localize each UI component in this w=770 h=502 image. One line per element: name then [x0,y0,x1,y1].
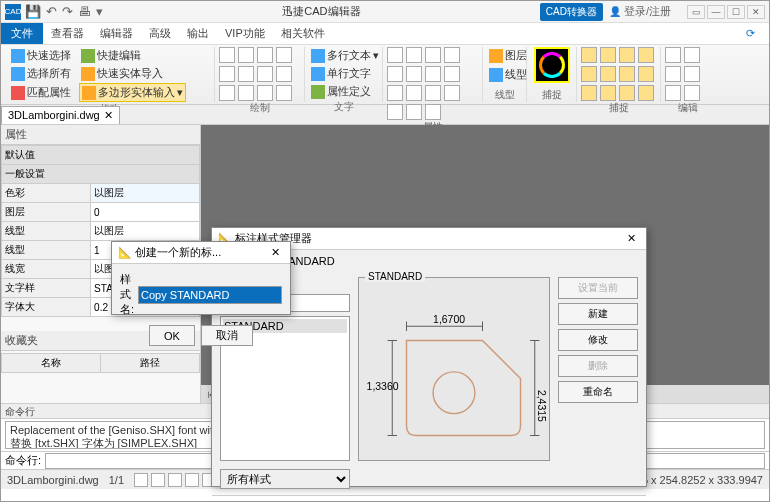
tool-icon[interactable] [444,66,460,82]
menu-editor[interactable]: 编辑器 [92,26,141,41]
draw-tool-icon[interactable] [257,66,273,82]
style-filter-select[interactable]: 所有样式 [220,469,350,489]
new-style-button[interactable]: 新建 [558,303,638,325]
tool-icon[interactable] [406,85,422,101]
document-tab[interactable]: 3DLamborgini.dwg✕ [1,106,120,124]
modify-style-button[interactable]: 修改 [558,329,638,351]
menu-output[interactable]: 输出 [179,26,217,41]
cad-converter-button[interactable]: CAD转换器 [540,3,603,21]
tool-icon[interactable] [387,85,403,101]
snap-icon[interactable] [600,66,616,82]
dimstyle-close-icon[interactable]: ✕ [623,232,640,245]
ribbon-group-linetype: 线型 [487,88,522,102]
tool-icon[interactable] [406,66,422,82]
quick-select-button[interactable]: 快速选择 [9,47,73,64]
quick-import-button[interactable]: 快速实体导入 [79,65,165,82]
newstyle-cancel-button[interactable]: 取消 [201,325,253,346]
poly-input-button[interactable]: 多边形实体输入 ▾ [79,83,186,102]
snap-icon[interactable] [638,66,654,82]
draw-tool-icon[interactable] [257,85,273,101]
status-toggle-icon[interactable] [168,473,182,487]
tool-icon[interactable] [425,104,441,120]
newstyle-ok-button[interactable]: OK [149,325,195,346]
window-close-icon[interactable]: ✕ [747,5,765,19]
edit-icon[interactable] [665,66,681,82]
edit-icon[interactable] [684,85,700,101]
qat-redo-icon[interactable]: ↷ [62,4,73,19]
tool-icon[interactable] [387,47,403,63]
draw-tool-icon[interactable] [276,47,292,63]
prop-def-button[interactable]: 属性定义 [309,83,373,100]
draw-tool-icon[interactable] [219,47,235,63]
status-toggle-icon[interactable] [151,473,165,487]
draw-tool-icon[interactable] [219,85,235,101]
qat-undo-icon[interactable]: ↶ [46,4,57,19]
minimize-inner-icon[interactable]: ▭ [687,5,705,19]
match-props-button[interactable]: 匹配属性 [9,83,73,102]
snap-icon[interactable] [619,47,635,63]
layer-button[interactable]: 图层 [487,47,529,64]
menu-file[interactable]: 文件 [1,23,43,44]
tab-close-icon[interactable]: ✕ [104,109,113,122]
capture-big-icon[interactable] [534,47,570,83]
status-toggle-icon[interactable] [134,473,148,487]
snap-icon[interactable] [638,47,654,63]
draw-tool-icon[interactable] [238,85,254,101]
tool-icon[interactable] [444,85,460,101]
draw-tool-icon[interactable] [219,66,235,82]
ribbon: 快速选择 快捷编辑 选择所有 快速实体导入 匹配属性 多边形实体输入 ▾ 修改 … [1,45,769,105]
snap-icon[interactable] [600,85,616,101]
titlebar: CAD 💾 ↶ ↷ 🖶 ▾ 迅捷CAD编辑器 CAD转换器 👤 登录/注册 ▭ … [1,1,769,23]
edit-icon[interactable] [665,47,681,63]
props-default[interactable]: 默认值 [2,146,200,165]
snap-icon[interactable] [619,85,635,101]
tool-icon[interactable] [406,47,422,63]
tool-icon[interactable] [387,66,403,82]
linetype-button[interactable]: 线型 [487,66,529,83]
tool-icon[interactable] [406,104,422,120]
select-all-button[interactable]: 选择所有 [9,65,73,82]
draw-tool-icon[interactable] [238,47,254,63]
quick-edit-button[interactable]: 快捷编辑 [79,47,143,64]
tool-icon[interactable] [425,85,441,101]
snap-icon[interactable] [581,66,597,82]
menu-advanced[interactable]: 高级 [141,26,179,41]
menu-vip[interactable]: VIP功能 [217,26,273,41]
tool-icon[interactable] [387,104,403,120]
newstyle-dialog: 📐 创建一个新的标...✕ 样式名: OK 取消 [111,241,291,315]
qat-save-icon[interactable]: 💾 [25,4,41,19]
draw-tool-icon[interactable] [276,66,292,82]
app-icon: CAD [5,4,21,20]
menubar: 文件 查看器 编辑器 高级 输出 VIP功能 相关软件 ⟳ [1,23,769,45]
draw-tool-icon[interactable] [257,47,273,63]
newstyle-input[interactable] [138,286,282,304]
refresh-icon[interactable]: ⟳ [738,27,763,40]
single-text-button[interactable]: 单行文字 [309,65,373,82]
tool-icon[interactable] [425,47,441,63]
draw-tool-icon[interactable] [238,66,254,82]
qat-more-icon[interactable]: ▾ [96,4,103,19]
snap-icon[interactable] [600,47,616,63]
edit-icon[interactable] [684,66,700,82]
menu-viewer[interactable]: 查看器 [43,26,92,41]
menu-related[interactable]: 相关软件 [273,26,333,41]
window-min-icon[interactable]: — [707,5,725,19]
delete-style-button: 删除 [558,355,638,377]
newstyle-close-icon[interactable]: ✕ [267,246,284,259]
draw-tool-icon[interactable] [276,85,292,101]
snap-icon[interactable] [581,47,597,63]
tool-icon[interactable] [425,66,441,82]
qat-print-icon[interactable]: 🖶 [78,4,91,19]
status-toggle-icon[interactable] [185,473,199,487]
rename-style-button[interactable]: 重命名 [558,381,638,403]
snap-icon[interactable] [638,85,654,101]
multiline-text-button[interactable]: 多行文本▾ [309,47,381,64]
edit-icon[interactable] [665,85,681,101]
login-link[interactable]: 👤 登录/注册 [609,4,671,19]
snap-icon[interactable] [619,66,635,82]
edit-icon[interactable] [684,47,700,63]
tool-icon[interactable] [444,47,460,63]
snap-icon[interactable] [581,85,597,101]
setcurrent-button: 设置当前 [558,277,638,299]
window-max-icon[interactable]: ☐ [727,5,745,19]
